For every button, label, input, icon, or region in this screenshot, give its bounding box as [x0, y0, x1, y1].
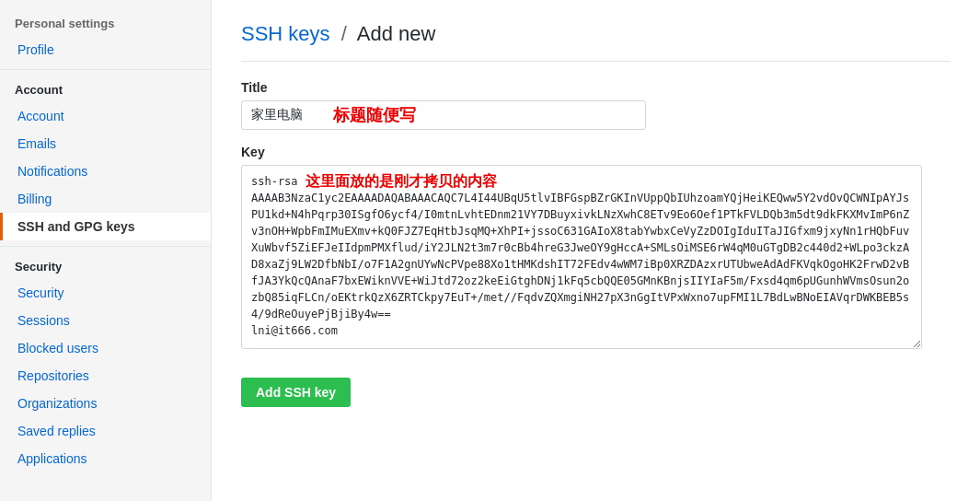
sidebar-item-emails[interactable]: Emails — [0, 130, 211, 157]
sidebar: Personal settings Profile Account Accoun… — [0, 0, 212, 501]
sidebar-item-ssh-keys[interactable]: SSH and GPG keys — [0, 213, 211, 240]
sidebar-item-account[interactable]: Account — [0, 102, 211, 130]
sidebar-item-sessions[interactable]: Sessions — [0, 307, 211, 334]
page-title-current: Add new — [357, 22, 436, 45]
breadcrumb-link[interactable]: SSH keys — [241, 22, 330, 45]
sidebar-section-security: Security — [0, 246, 211, 279]
key-group: Key 这里面放的是刚才拷贝的内容 — [241, 145, 951, 352]
add-ssh-key-button[interactable]: Add SSH key — [241, 378, 351, 407]
sidebar-item-security[interactable]: Security — [0, 279, 211, 307]
sidebar-item-organizations[interactable]: Organizations — [0, 390, 211, 417]
sidebar-title: Personal settings — [0, 9, 211, 36]
breadcrumb-separator: / — [341, 22, 347, 45]
title-hint: 标题随便写 — [333, 104, 637, 126]
title-group: Title 标题随便写 — [241, 80, 951, 130]
sidebar-item-notifications[interactable]: Notifications — [0, 157, 211, 185]
sidebar-item-repositories[interactable]: Repositories — [0, 362, 211, 390]
sidebar-item-billing[interactable]: Billing — [0, 185, 211, 213]
key-label: Key — [241, 145, 951, 159]
key-wrapper: 这里面放的是刚才拷贝的内容 — [241, 165, 951, 352]
page-header: SSH keys / Add new — [241, 22, 951, 62]
sidebar-item-applications[interactable]: Applications — [0, 445, 211, 472]
sidebar-item-profile[interactable]: Profile — [0, 36, 211, 64]
sidebar-item-saved-replies[interactable]: Saved replies — [0, 417, 211, 445]
key-textarea[interactable] — [241, 165, 922, 349]
sidebar-section-account: Account — [0, 69, 211, 102]
sidebar-item-blocked-users[interactable]: Blocked users — [0, 334, 211, 362]
main-content: SSH keys / Add new Title 标题随便写 Key 这里面放的… — [212, 0, 980, 501]
title-label: Title — [241, 80, 951, 95]
title-input-wrapper: 标题随便写 — [241, 100, 646, 130]
